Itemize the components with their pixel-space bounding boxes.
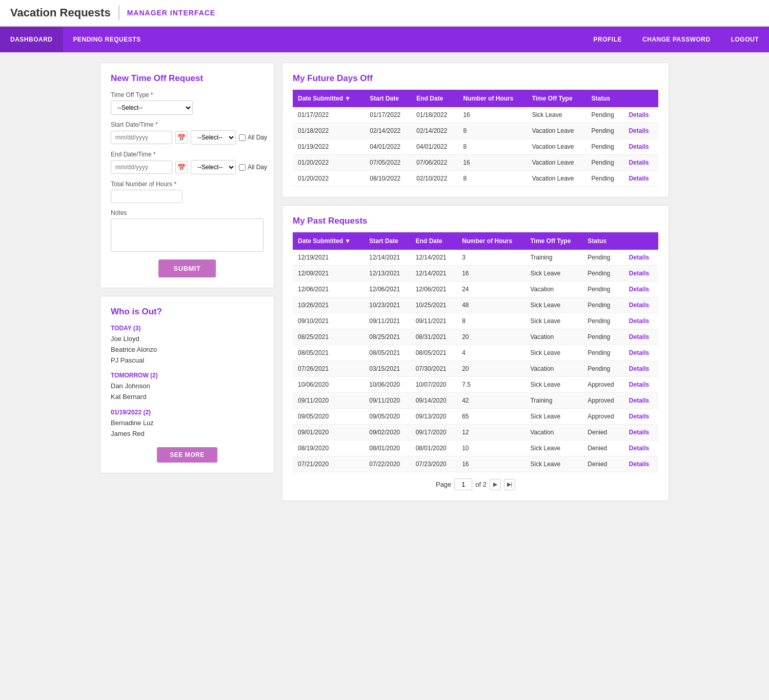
past-header-row: Date Submitted ▼ Start Date End Date Num… xyxy=(293,232,658,250)
past-cell-date-submitted: 09/01/2020 xyxy=(293,425,364,441)
past-cell-details[interactable]: Details xyxy=(624,266,658,282)
past-cell-details[interactable]: Details xyxy=(624,441,658,456)
future-col-type: Time Off Type xyxy=(527,90,586,107)
time-off-type-select[interactable]: --Select-- xyxy=(111,101,193,115)
today-person-1: Beatrice Alonzo xyxy=(111,345,264,355)
past-cell-start: 08/25/2021 xyxy=(364,329,410,345)
past-requests-table: Date Submitted ▼ Start Date End Date Num… xyxy=(293,232,658,472)
past-cell-date-submitted: 09/10/2021 xyxy=(293,313,364,329)
end-datetime-group: End Date/Time * 📅 --Select-- All Day xyxy=(111,151,264,174)
nav-pending-requests[interactable]: PENDING REQUESTS xyxy=(63,27,151,52)
past-cell-status: Denied xyxy=(582,425,624,441)
past-cell-details[interactable]: Details xyxy=(624,250,658,266)
past-cell-date-submitted: 07/21/2020 xyxy=(293,456,364,472)
past-cell-details[interactable]: Details xyxy=(624,345,658,361)
past-cell-type: Sick Leave xyxy=(525,297,582,313)
past-cell-status: Denied xyxy=(582,441,624,456)
hours-group: Total Number of Hours * xyxy=(111,181,264,203)
nav-change-password[interactable]: CHANGE PASSWORD xyxy=(632,27,721,52)
future-cell-type: Vacation Leave xyxy=(527,171,586,187)
page-last-button[interactable]: ▶| xyxy=(504,479,515,490)
future-cell-date-submitted: 01/20/2022 xyxy=(293,171,365,187)
past-cell-date-submitted: 12/09/2021 xyxy=(293,266,364,282)
today-person-2: PJ Pascual xyxy=(111,355,264,366)
submit-button[interactable]: SUBMIT xyxy=(158,259,216,277)
past-cell-details[interactable]: Details xyxy=(624,313,658,329)
past-cell-end: 07/23/2020 xyxy=(411,456,457,472)
see-more-button[interactable]: SEE MORE xyxy=(157,447,217,463)
page-next-button[interactable]: ▶ xyxy=(490,479,501,490)
tomorrow-person-1: Kat Bernard xyxy=(111,392,264,403)
end-time-select[interactable]: --Select-- xyxy=(191,160,236,174)
nav-left: DASHBOARD PENDING REQUESTS xyxy=(0,27,151,52)
who-is-out-title: Who is Out? xyxy=(111,307,264,317)
table-row: 01/17/2022 01/17/2022 01/18/2022 16 Sick… xyxy=(293,107,658,123)
end-all-day-checkbox[interactable] xyxy=(239,164,246,171)
table-row: 08/05/2021 08/05/2021 08/05/2021 4 Sick … xyxy=(293,345,658,361)
past-cell-status: Pending xyxy=(582,329,624,345)
future-cell-details[interactable]: Details xyxy=(623,171,658,187)
future-col-date-submitted[interactable]: Date Submitted ▼ xyxy=(293,90,365,107)
start-time-select[interactable]: --Select-- xyxy=(191,130,236,145)
new-request-title: New Time Off Request xyxy=(111,73,264,84)
nav-profile[interactable]: PROFILE xyxy=(583,27,633,52)
table-row: 09/11/2020 09/11/2020 09/14/2020 42 Trai… xyxy=(293,393,658,409)
past-cell-details[interactable]: Details xyxy=(624,361,658,377)
start-date-input[interactable] xyxy=(111,131,172,144)
future-cell-date-submitted: 01/17/2022 xyxy=(293,107,365,123)
future-cell-details[interactable]: Details xyxy=(623,155,658,171)
future-person-1: James Red xyxy=(111,429,264,439)
past-cell-status: Approved xyxy=(582,393,624,409)
past-cell-details[interactable]: Details xyxy=(624,377,658,393)
future-days-title: My Future Days Off xyxy=(293,73,658,84)
past-cell-status: Pending xyxy=(582,282,624,297)
nav-dashboard[interactable]: DASHBOARD xyxy=(0,27,63,52)
past-cell-hours: 3 xyxy=(457,250,525,266)
future-cell-end: 04/01/2022 xyxy=(411,139,458,155)
end-all-day-label: All Day xyxy=(239,164,267,171)
notes-textarea[interactable] xyxy=(111,218,264,252)
end-calendar-icon[interactable]: 📅 xyxy=(175,161,188,173)
past-cell-details[interactable]: Details xyxy=(624,425,658,441)
page-number-input[interactable] xyxy=(454,478,472,490)
past-cell-type: Sick Leave xyxy=(525,266,582,282)
future-cell-date-submitted: 01/18/2022 xyxy=(293,123,365,139)
future-cell-start: 01/17/2022 xyxy=(365,107,411,123)
future-cell-details[interactable]: Details xyxy=(623,139,658,155)
end-date-input[interactable] xyxy=(111,161,172,174)
past-cell-details[interactable]: Details xyxy=(624,409,658,425)
past-cell-type: Sick Leave xyxy=(525,409,582,425)
start-all-day-checkbox[interactable] xyxy=(239,134,246,141)
future-cell-date-submitted: 01/19/2022 xyxy=(293,139,365,155)
past-cell-start: 09/11/2020 xyxy=(364,393,410,409)
hours-input[interactable] xyxy=(111,190,183,203)
past-cell-type: Vacation xyxy=(525,282,582,297)
future-cell-type: Sick Leave xyxy=(527,107,586,123)
past-cell-hours: 16 xyxy=(457,266,525,282)
past-cell-hours: 24 xyxy=(457,282,525,297)
past-cell-details[interactable]: Details xyxy=(624,282,658,297)
app-header: Vacation Requests MANAGER INTERFACE xyxy=(0,0,769,27)
future-days-header-row: Date Submitted ▼ Start Date End Date Num… xyxy=(293,90,658,107)
past-cell-type: Training xyxy=(525,250,582,266)
past-cell-end: 10/07/2020 xyxy=(411,377,457,393)
past-col-date-submitted[interactable]: Date Submitted ▼ xyxy=(293,232,364,250)
past-cell-details[interactable]: Details xyxy=(624,456,658,472)
past-cell-end: 12/06/2021 xyxy=(411,282,457,297)
past-requests-thead: Date Submitted ▼ Start Date End Date Num… xyxy=(293,232,658,250)
past-cell-details[interactable]: Details xyxy=(624,393,658,409)
table-row: 10/26/2021 10/23/2021 10/25/2021 48 Sick… xyxy=(293,297,658,313)
past-cell-end: 12/14/2021 xyxy=(411,266,457,282)
past-cell-details[interactable]: Details xyxy=(624,297,658,313)
table-row: 07/26/2021 03/15/2021 07/30/2021 20 Vaca… xyxy=(293,361,658,377)
future-cell-status: Pending xyxy=(586,171,624,187)
past-cell-hours: 16 xyxy=(457,456,525,472)
nav-logout[interactable]: LOGOUT xyxy=(721,27,769,52)
past-cell-status: Denied xyxy=(582,456,624,472)
past-cell-date-submitted: 09/11/2020 xyxy=(293,393,364,409)
future-cell-details[interactable]: Details xyxy=(623,107,658,123)
future-cell-details[interactable]: Details xyxy=(623,123,658,139)
past-cell-details[interactable]: Details xyxy=(624,329,658,345)
start-calendar-icon[interactable]: 📅 xyxy=(175,131,188,144)
past-cell-date-submitted: 08/25/2021 xyxy=(293,329,364,345)
